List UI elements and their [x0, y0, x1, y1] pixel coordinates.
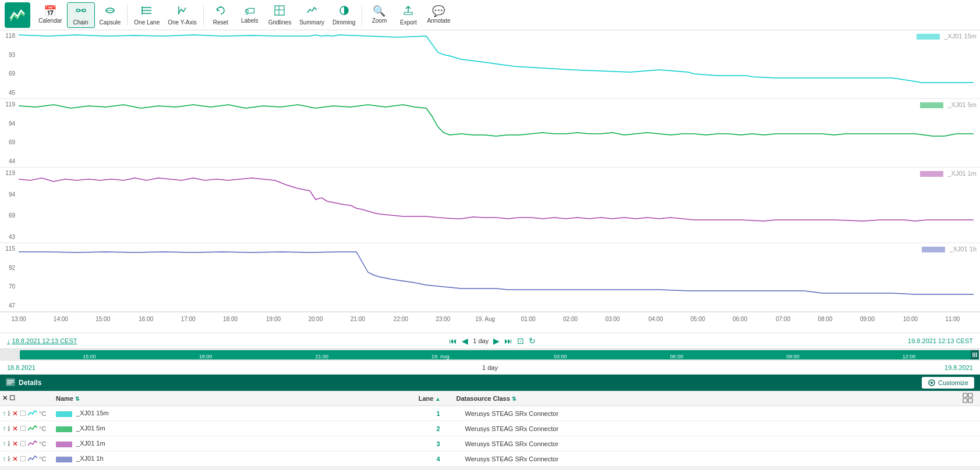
chart-label-1: _XJ01 15m	[917, 33, 977, 40]
details-title: Details	[6, 378, 41, 388]
row-checkbox-2[interactable]: ☐	[20, 425, 26, 433]
row-lane-4: 4	[415, 455, 462, 462]
details-panel-header: Details Customize	[0, 375, 980, 391]
col-header-lane: Lane ▲	[406, 395, 453, 402]
annotate-button[interactable]: 💬 Annotate	[423, 2, 454, 28]
logo-button[interactable]	[5, 2, 30, 28]
labels-button[interactable]: 🏷 Labels	[236, 2, 264, 28]
row-checkbox-3[interactable]: ☐	[20, 440, 26, 448]
timeline-bar[interactable]: 15:00 18:00 21:00 19. Aug. 03:00 06:00 0…	[20, 350, 979, 359]
chart-label-3: _XJ01 1m	[920, 170, 977, 177]
customize-button[interactable]: Customize	[922, 377, 974, 389]
row-datasource-2: Werusys STEAG SRx Connector	[462, 425, 625, 432]
row-close-1[interactable]: ✕	[12, 410, 18, 418]
summary-icon	[306, 5, 318, 18]
row-unit-4: °C	[39, 455, 46, 462]
one-lane-label: One Lane	[134, 19, 160, 26]
chart-svg-1	[19, 30, 974, 99]
reset-button[interactable]: Reset	[207, 2, 235, 28]
one-lane-icon	[141, 5, 153, 18]
nav-refresh-button[interactable]: ↻	[529, 336, 536, 346]
row-chart-icon-4	[28, 455, 37, 463]
table-row: ↑ ℹ ✕ ☐ °C _XJ01 1h 4 Werusys STEAG SRx …	[0, 451, 980, 467]
chart-lane-1[interactable]: 118 93 69 45 _XJ01 15m	[0, 30, 980, 99]
row-unit-2: °C	[39, 425, 46, 432]
dimming-label: Dimming	[332, 19, 355, 26]
nav-prev-button[interactable]: ◀	[462, 336, 468, 346]
navigation-bar: ↓ 18.8.2021 12:13 CEST ⏮ ◀ 1 day ▶ ⏭ ⊡ ↻…	[0, 333, 980, 349]
row-close-3[interactable]: ✕	[12, 440, 18, 448]
y-axis-3: 119 94 69 43	[0, 168, 19, 243]
row-arrow-4[interactable]: ↑	[2, 455, 6, 463]
svg-rect-10	[275, 6, 284, 15]
chart-container: 118 93 69 45 _XJ01 15m 119 94 69 44 _XJ0…	[0, 30, 980, 333]
separator-2	[203, 5, 204, 26]
row-checkbox-4[interactable]: ☐	[20, 455, 26, 463]
gridlines-button[interactable]: Gridlines	[265, 2, 295, 28]
row-arrow-3[interactable]: ↑	[2, 440, 6, 448]
nav-next-button[interactable]: ▶	[493, 336, 500, 346]
svg-rect-0	[76, 9, 80, 12]
nav-period-label: 1 day	[473, 337, 489, 344]
row-arrow-2[interactable]: ↑	[2, 425, 6, 433]
one-y-axis-button[interactable]: One Y-Axis	[164, 2, 200, 28]
col-header-end	[963, 393, 980, 404]
annotate-label: Annotate	[427, 17, 450, 24]
row-unit-3: °C	[39, 440, 46, 447]
chart-svg-4	[19, 243, 974, 312]
zoom-button[interactable]: 🔍 Zoom	[365, 2, 393, 28]
row-info-4[interactable]: ℹ	[8, 455, 10, 463]
row-lane-3: 3	[415, 440, 462, 447]
row-name-3: _XJ01 1m	[52, 440, 415, 447]
nav-first-button[interactable]: ⏮	[449, 336, 457, 346]
row-info-2[interactable]: ℹ	[8, 425, 10, 433]
zoom-icon: 🔍	[373, 6, 385, 16]
nav-arrow-down: ↓	[7, 337, 10, 344]
gridlines-label: Gridlines	[268, 19, 291, 26]
row-close-4[interactable]: ✕	[12, 455, 18, 463]
nav-last-button[interactable]: ⏭	[504, 336, 512, 346]
svg-rect-25	[963, 393, 967, 397]
row-chart-icon-3	[28, 440, 37, 448]
capsule-icon	[104, 5, 116, 18]
row-info-3[interactable]: ℹ	[8, 440, 10, 448]
date-range-bar: 18.8.2021 1 day 19.8.2021	[0, 361, 980, 375]
row-datasource-3: Werusys STEAG SRx Connector	[462, 440, 625, 447]
chart-lane-4[interactable]: 115 92 70 47 _XJ01 1h	[0, 243, 980, 312]
svg-rect-26	[968, 393, 972, 397]
row-checkbox-1[interactable]: ☐	[20, 410, 26, 418]
date-range-right: 19.8.2021	[944, 364, 973, 371]
dimming-button[interactable]: Dimming	[329, 2, 359, 28]
row-lane-1: 1	[415, 410, 462, 417]
zoom-label: Zoom	[372, 17, 387, 24]
row-chart-icon-2	[28, 425, 37, 433]
row-info-1[interactable]: ℹ	[8, 410, 10, 418]
row-icons-1: ↑ ℹ ✕ ☐ °C	[0, 410, 52, 418]
capsule-button[interactable]: Capsule	[96, 2, 125, 28]
calendar-icon: 📅	[44, 6, 56, 16]
capsule-label: Capsule	[100, 19, 121, 26]
chart-lane-3[interactable]: 119 94 69 43 _XJ01 1m	[0, 168, 980, 243]
row-datasource-1: Werusys STEAG SRx Connector	[462, 410, 625, 417]
row-lane-2: 2	[415, 425, 462, 432]
chain-button[interactable]: Chain	[67, 2, 95, 28]
svg-rect-27	[963, 398, 967, 403]
row-arrow-1[interactable]: ↑	[2, 410, 6, 418]
y-axis-2: 119 94 69 44	[0, 99, 19, 167]
export-button[interactable]: Export	[394, 2, 422, 28]
nav-left-date: ↓ 18.8.2021 12:13 CEST	[7, 337, 77, 344]
export-icon	[402, 5, 414, 18]
gridlines-icon	[274, 5, 285, 18]
one-y-axis-icon	[176, 5, 188, 18]
timeline-handle[interactable]	[971, 350, 979, 359]
calendar-button[interactable]: 📅 Calendar	[35, 2, 66, 28]
one-lane-button[interactable]: One Lane	[130, 2, 163, 28]
y-axis-4: 115 92 70 47	[0, 243, 19, 311]
row-close-2[interactable]: ✕	[12, 425, 18, 433]
reset-icon	[215, 5, 227, 18]
chart-lane-2[interactable]: 119 94 69 44 _XJ01 5m	[0, 99, 980, 168]
nav-bookmark-button[interactable]: ⊡	[517, 336, 524, 346]
timeline-scrubber[interactable]: 15:00 18:00 21:00 19. Aug. 03:00 06:00 0…	[0, 349, 980, 361]
svg-rect-28	[968, 398, 972, 403]
summary-button[interactable]: Summary	[296, 2, 328, 28]
